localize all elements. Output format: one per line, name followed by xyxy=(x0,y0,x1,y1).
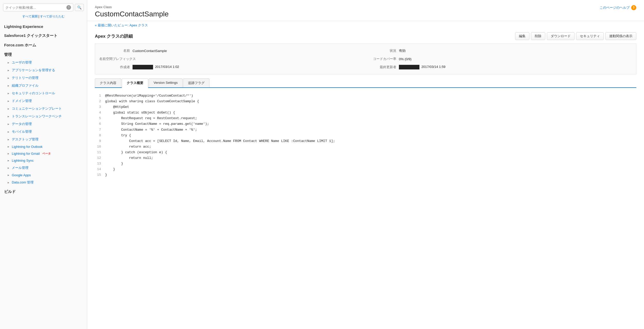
last-updated-redacted xyxy=(399,65,419,69)
sidebar-section-build[interactable]: ビルド xyxy=(0,186,87,196)
last-updated-date: 2017/03/14 1:59 xyxy=(421,65,446,69)
tab-class-content[interactable]: クラス内容 xyxy=(95,78,121,87)
status-value: 有効 xyxy=(399,48,406,53)
author-value: 2017/03/14 1:02 xyxy=(133,65,179,69)
collapse-all-link[interactable]: すべて折りたたむ xyxy=(40,15,65,18)
line-content: try { xyxy=(105,133,131,138)
code-line: 8 try { xyxy=(95,133,636,138)
beta-badge: ベータ xyxy=(42,152,51,156)
line-content: } xyxy=(105,161,123,167)
sidebar: ? 🔍 すべて展開 | すべて折りたたむ Lightning Experienc… xyxy=(0,0,87,329)
detail-header-row: Apex クラスの詳細 編集 削除 ダウンロード セキュリティ 連動関係の表示 xyxy=(95,32,636,40)
line-content: } xyxy=(105,167,115,172)
author-redacted xyxy=(133,65,153,69)
expand-all-link[interactable]: すべて展開 xyxy=(22,15,38,18)
line-content: global static sObject doGet() { xyxy=(105,110,175,116)
help-question-icon: ? xyxy=(631,5,636,10)
search-bar: ? 🔍 xyxy=(0,0,87,13)
namespace-label: 名前空間プレフィックス xyxy=(99,57,136,61)
delete-button[interactable]: 削除 xyxy=(531,32,545,40)
code-line: 2global with sharing class CustomContact… xyxy=(95,99,636,104)
arrow-icon: ► xyxy=(7,92,10,95)
code-line: 5 RestRequest req = RestContext.request; xyxy=(95,116,636,121)
help-icon-circle[interactable]: ? xyxy=(66,5,71,10)
arrow-icon: ► xyxy=(7,77,10,79)
apex-class-label: Apex Class xyxy=(95,5,169,9)
last-updated-row: 最終更新者 2017/03/14 1:59 xyxy=(366,64,632,70)
code-line: 7 ContactName = '%' + ContactName + '%'; xyxy=(95,127,636,133)
page-title-section: Apex Class CustomContactSample xyxy=(95,5,169,18)
security-button[interactable]: セキュリティ xyxy=(576,32,604,40)
sidebar-item-app-mgmt[interactable]: ► アプリケーションを管理する xyxy=(0,66,87,74)
sidebar-item-desktop-mgmt[interactable]: ► デスクトップ管理 xyxy=(0,136,87,143)
code-line: 4 global static sObject doGet() { xyxy=(95,110,636,116)
search-button[interactable]: 🔍 xyxy=(75,4,84,11)
sidebar-item-lightning-outlook[interactable]: ► Lightning for Outlook xyxy=(0,143,87,150)
arrow-icon: ► xyxy=(7,84,10,87)
sidebar-item-user-mgmt[interactable]: ► ユーザの管理 xyxy=(0,59,87,66)
code-area: 1@RestResource(urlMapping='/CustomContac… xyxy=(87,88,644,183)
sidebar-section-lightning-experience[interactable]: Lightning Experience xyxy=(0,21,87,30)
code-line: 9 Contact acc = [SELECT Id, Name, Email,… xyxy=(95,138,636,144)
action-buttons: 編集 削除 ダウンロード セキュリティ 連動関係の表示 xyxy=(515,32,636,40)
sidebar-item-translation-wb[interactable]: ► トランスレーションワークベンチ xyxy=(0,112,87,120)
line-content: } catch (exception e) { xyxy=(105,150,167,155)
sidebar-item-security-ctrl[interactable]: ► セキュリティのコントロール xyxy=(0,89,87,97)
sidebar-item-datacom-mgmt[interactable]: ► Data.com 管理 xyxy=(0,179,87,186)
back-link-section: « 最後に開いたビュー: Apex クラス xyxy=(87,21,644,30)
search-input[interactable] xyxy=(5,6,65,9)
line-number: 9 xyxy=(95,138,105,144)
line-content: RestRequest req = RestContext.request; xyxy=(105,116,197,121)
sidebar-section-kanri[interactable]: 管理 xyxy=(0,49,87,59)
back-link[interactable]: « 最後に開いたビュー: Apex クラス xyxy=(95,23,148,27)
tab-class-overview[interactable]: クラス概要 xyxy=(122,78,148,88)
line-content: Contact acc = [SELECT Id, Name, Email, A… xyxy=(105,138,335,144)
line-number: 1 xyxy=(95,93,105,99)
help-link[interactable]: このページのヘルプ ? xyxy=(600,5,636,10)
sidebar-item-territory-mgmt[interactable]: ► テリトリーの管理 xyxy=(0,74,87,82)
sidebar-item-lightning-gmail[interactable]: ► Lightning for Gmail ベータ xyxy=(0,150,87,157)
arrow-icon: ► xyxy=(7,159,10,162)
line-content: return acc; xyxy=(105,144,151,150)
arrow-icon: ► xyxy=(7,167,10,169)
arrow-icon: ► xyxy=(7,145,10,148)
tab-version-settings[interactable]: Version Settings xyxy=(149,78,183,87)
sidebar-item-org-profile[interactable]: ► 組織プロファイル xyxy=(0,82,87,89)
namespace-row: 名前空間プレフィックス xyxy=(99,56,366,62)
line-number: 14 xyxy=(95,167,105,172)
detail-section-title: Apex クラスの詳細 xyxy=(95,33,133,39)
sidebar-item-mobile-mgmt[interactable]: ► モバイル管理 xyxy=(0,128,87,136)
line-number: 3 xyxy=(95,104,105,110)
sidebar-item-comm-templates[interactable]: ► コミュニケーションテンプレート xyxy=(0,105,87,112)
sidebar-item-lightning-sync[interactable]: ► Lightning Sync xyxy=(0,157,87,164)
line-content: ContactName = '%' + ContactName + '%'; xyxy=(105,127,197,133)
code-coverage-row: コードカバー率 0% (0/9) xyxy=(366,56,632,62)
name-label: 名前 xyxy=(99,48,130,53)
code-coverage-value: 0% (0/9) xyxy=(399,57,411,61)
sidebar-item-data-mgmt[interactable]: ► データの管理 xyxy=(0,120,87,128)
code-line: 11 } catch (exception e) { xyxy=(95,150,636,155)
edit-button[interactable]: 編集 xyxy=(515,32,529,40)
code-line: 15} xyxy=(95,172,636,178)
download-button[interactable]: ダウンロード xyxy=(547,32,575,40)
sidebar-item-domain-mgmt[interactable]: ► ドメイン管理 xyxy=(0,97,87,105)
code-line: 3 @HttpGet xyxy=(95,104,636,110)
arrow-icon: ► xyxy=(7,69,10,72)
relations-button[interactable]: 連動関係の表示 xyxy=(605,32,636,40)
line-content: return null; xyxy=(105,155,153,161)
page-header: Apex Class CustomContactSample このページのヘルプ… xyxy=(87,0,644,21)
arrow-icon: ► xyxy=(7,115,10,118)
line-content: global with sharing class CustomContactS… xyxy=(105,99,199,104)
line-number: 5 xyxy=(95,116,105,121)
line-number: 8 xyxy=(95,133,105,138)
sidebar-item-email-mgmt[interactable]: ► メール管理 xyxy=(0,164,87,172)
detail-section: Apex クラスの詳細 編集 削除 ダウンロード セキュリティ 連動関係の表示 … xyxy=(87,30,644,74)
sidebar-section-forcecom[interactable]: Force.com ホーム xyxy=(0,40,87,49)
line-content: String ContactName = req.params.get('nam… xyxy=(105,121,209,127)
expand-collapse-links: すべて展開 | すべて折りたたむ xyxy=(0,13,87,21)
status-label: 状況 xyxy=(366,48,396,53)
arrow-icon: ► xyxy=(7,130,10,133)
sidebar-item-google-apps[interactable]: ► Google Apps xyxy=(0,172,87,179)
sidebar-section-salesforce1[interactable]: Salesforce1 クイックスタート xyxy=(0,30,87,40)
tab-trace-flags[interactable]: 追跡フラグ xyxy=(183,78,209,87)
